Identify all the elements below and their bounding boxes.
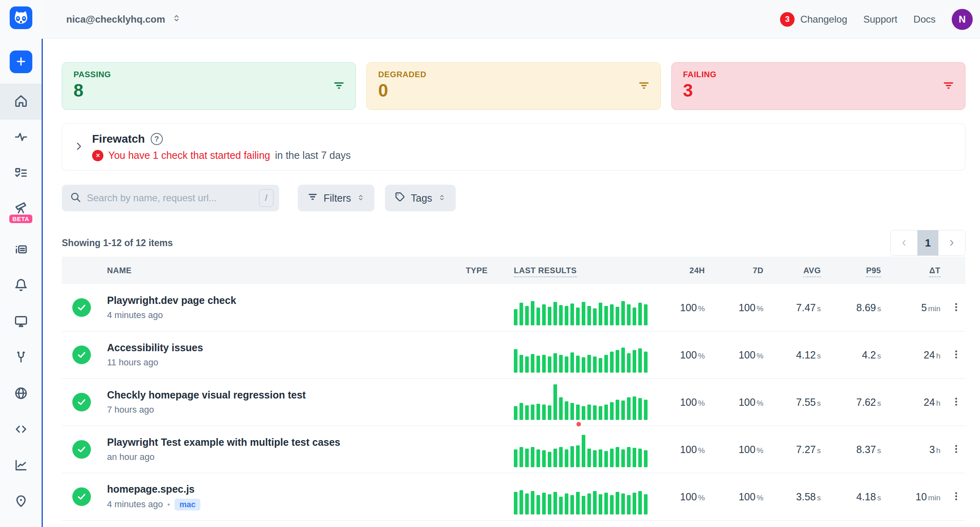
result-bar[interactable] — [531, 301, 534, 325]
result-bar[interactable] — [610, 449, 614, 467]
result-bar[interactable] — [514, 492, 517, 514]
result-bar[interactable] — [576, 445, 580, 467]
result-bar[interactable] — [610, 402, 614, 420]
result-bar[interactable] — [542, 355, 546, 373]
result-bar[interactable] — [531, 447, 534, 467]
result-bar[interactable] — [638, 303, 642, 325]
result-bar[interactable] — [531, 491, 534, 514]
col-last-results[interactable]: LAST RESULTS — [501, 266, 662, 275]
table-row[interactable]: Checkly homepage visual regression test … — [62, 379, 965, 426]
result-bar[interactable] — [633, 493, 636, 514]
result-bar[interactable] — [587, 306, 591, 325]
create-button[interactable] — [10, 51, 32, 73]
last-results-chart[interactable] — [501, 432, 662, 467]
result-bar[interactable] — [599, 303, 602, 325]
result-bar[interactable] — [582, 406, 585, 420]
current-page[interactable]: 1 — [917, 230, 938, 255]
result-bar[interactable] — [548, 307, 551, 325]
result-bar[interactable] — [638, 491, 642, 514]
result-bar[interactable] — [644, 352, 648, 373]
result-bar[interactable] — [553, 492, 557, 514]
table-row[interactable]: Playwright Test example with multiple te… — [62, 426, 965, 473]
result-bar[interactable] — [570, 446, 574, 467]
result-bar[interactable] — [638, 449, 642, 467]
result-bar[interactable] — [565, 401, 568, 420]
sidebar-item-checks[interactable] — [0, 156, 42, 192]
status-filter-card[interactable]: DEGRADED 0 — [366, 62, 660, 110]
result-bar[interactable] — [525, 493, 529, 514]
tags-button[interactable]: Tags — [385, 185, 456, 211]
result-bar[interactable] — [593, 450, 597, 467]
result-bar[interactable] — [593, 491, 597, 514]
result-bar[interactable] — [604, 493, 608, 514]
result-bar[interactable] — [565, 493, 568, 514]
row-menu-button[interactable] — [948, 489, 964, 505]
sidebar-item-home[interactable] — [0, 84, 42, 120]
result-bar[interactable] — [542, 304, 546, 325]
result-bar[interactable] — [519, 355, 523, 373]
result-bar[interactable] — [599, 494, 602, 514]
result-bar[interactable] — [627, 447, 631, 467]
filter-icon[interactable] — [333, 80, 345, 93]
result-bar[interactable] — [582, 302, 585, 325]
result-bar[interactable] — [582, 435, 585, 467]
sidebar-item-alerts[interactable] — [0, 268, 42, 304]
result-bar[interactable] — [576, 308, 580, 325]
check-name[interactable]: Checkly homepage visual regression test — [107, 389, 452, 401]
user-avatar[interactable]: N — [952, 9, 973, 30]
check-name[interactable]: Playwright Test example with multiple te… — [107, 436, 452, 448]
result-bar[interactable] — [616, 447, 619, 467]
result-bar[interactable] — [565, 356, 568, 373]
result-bar[interactable] — [531, 405, 534, 420]
result-bar[interactable] — [616, 400, 619, 420]
result-bar[interactable] — [616, 492, 619, 514]
row-menu-button[interactable] — [948, 441, 964, 458]
result-bar[interactable] — [610, 495, 614, 514]
sidebar-item-test-sessions[interactable] — [0, 232, 42, 268]
sidebar-item-analytics[interactable] — [0, 448, 42, 484]
last-results-chart[interactable] — [501, 384, 662, 420]
result-bar[interactable] — [593, 356, 597, 373]
prev-page-button[interactable] — [891, 230, 917, 255]
search-input[interactable] — [87, 192, 253, 204]
col-dt[interactable]: ΔT — [881, 266, 940, 275]
result-bar[interactable] — [542, 405, 546, 420]
result-bar[interactable] — [593, 308, 597, 325]
row-menu-button[interactable] — [948, 299, 964, 316]
check-name[interactable]: homepage.spec.js — [107, 483, 452, 495]
result-bar[interactable] — [633, 308, 636, 325]
nav-support[interactable]: Support — [863, 14, 897, 25]
col-p95[interactable]: P95 — [821, 266, 881, 275]
result-bar[interactable] — [536, 356, 540, 373]
result-bar[interactable] — [536, 308, 540, 325]
result-bar[interactable] — [627, 495, 631, 514]
sidebar-item-snippets[interactable] — [0, 412, 42, 448]
result-bar[interactable] — [633, 396, 636, 420]
table-row[interactable]: homepage.spec.js 4 minutes ago mac 100% … — [62, 473, 965, 521]
sidebar-item-traces[interactable]: BETA — [0, 192, 42, 232]
result-bar[interactable] — [610, 304, 614, 325]
result-bar[interactable] — [604, 355, 608, 373]
last-results-chart[interactable] — [501, 479, 662, 514]
last-results-chart[interactable] — [501, 290, 662, 325]
result-bar[interactable] — [565, 449, 568, 467]
result-bar[interactable] — [559, 447, 563, 467]
sidebar-item-private-locations[interactable] — [0, 376, 42, 412]
result-bar[interactable] — [599, 358, 602, 373]
last-results-chart[interactable] — [501, 337, 662, 373]
sidebar-item-maintenance[interactable] — [0, 340, 42, 376]
result-bar[interactable] — [514, 449, 517, 467]
expand-chevron-icon[interactable] — [74, 141, 84, 153]
result-bar[interactable] — [536, 449, 540, 467]
help-icon[interactable]: ? — [151, 133, 163, 145]
result-bar[interactable] — [587, 355, 591, 373]
result-bar[interactable] — [548, 494, 551, 514]
nav-changelog[interactable]: Changelog — [800, 14, 847, 25]
filters-button[interactable]: Filters — [298, 185, 374, 211]
result-bar[interactable] — [531, 354, 534, 373]
result-bar[interactable] — [587, 493, 591, 514]
result-bar[interactable] — [599, 406, 602, 420]
result-bar[interactable] — [559, 497, 563, 514]
sidebar-item-locations[interactable] — [0, 484, 42, 520]
result-bar[interactable] — [536, 404, 540, 420]
